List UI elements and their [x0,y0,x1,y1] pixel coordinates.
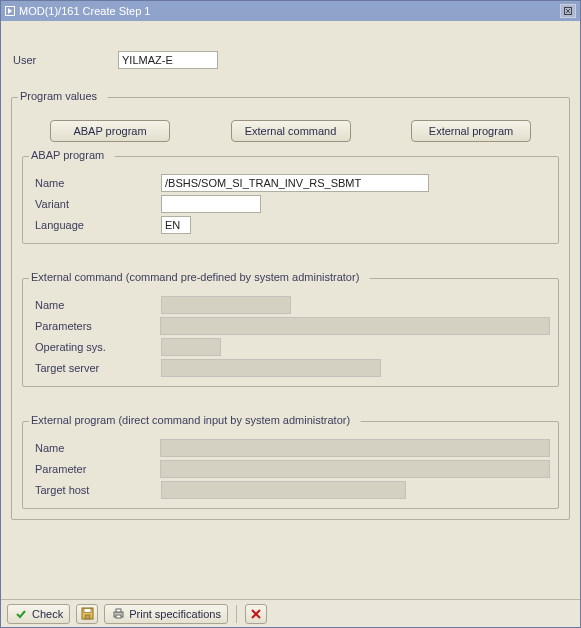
external-program-group: External program (direct command input b… [22,421,559,509]
extcmd-name-label: Name [31,299,161,311]
program-values-group: Program values ABAP program External com… [11,97,570,520]
abap-variant-label: Variant [31,198,161,210]
svg-rect-7 [116,609,121,612]
extprog-param-label: Parameter [31,463,160,475]
extcmd-params-label: Parameters [31,320,160,332]
user-label: User [13,54,118,66]
check-button[interactable]: Check [7,604,70,624]
extprog-host-label: Target host [31,484,161,496]
toolbar-separator [236,605,237,623]
external-program-button[interactable]: External program [411,120,531,142]
svg-rect-4 [84,609,91,613]
title-bar: MOD(1)/161 Create Step 1 [1,1,580,21]
abap-name-field[interactable] [161,174,429,192]
external-program-legend: External program (direct command input b… [29,414,356,426]
cancel-button[interactable] [245,604,267,624]
dialog-window: MOD(1)/161 Create Step 1 User Program va… [0,0,581,628]
external-command-group: External command (command pre-defined by… [22,278,559,387]
extcmd-target-label: Target server [31,362,161,374]
abap-program-legend: ABAP program [29,149,110,161]
disk-icon [80,607,94,621]
close-button[interactable] [560,4,576,18]
abap-language-field[interactable] [161,216,191,234]
save-button[interactable] [76,604,98,624]
program-values-legend: Program values [18,90,103,102]
main-content: User Program values ABAP program Externa… [1,21,580,599]
abap-program-group: ABAP program Name Variant Language [22,156,559,244]
user-row: User [1,21,580,93]
extprog-name-field [160,439,550,457]
abap-language-label: Language [31,219,161,231]
window-menu-icon[interactable] [5,6,15,16]
print-specs-button[interactable]: Print specifications [104,604,228,624]
close-icon [563,6,573,16]
user-field[interactable] [118,51,218,69]
extprog-host-field [161,481,406,499]
program-type-buttons: ABAP program External command External p… [20,114,561,152]
external-command-legend: External command (command pre-defined by… [29,271,365,283]
abap-name-label: Name [31,177,161,189]
abap-program-button-label: ABAP program [73,125,146,137]
cancel-icon [249,607,263,621]
extprog-name-label: Name [31,442,160,454]
svg-rect-8 [116,615,121,618]
extprog-param-field [160,460,550,478]
extcmd-name-field [161,296,291,314]
abap-variant-field[interactable] [161,195,261,213]
extcmd-os-field [161,338,221,356]
extcmd-os-label: Operating sys. [31,341,161,353]
print-specs-label: Print specifications [129,608,221,620]
external-command-button[interactable]: External command [231,120,351,142]
extcmd-params-field [160,317,550,335]
printer-icon [111,607,125,621]
window-title: MOD(1)/161 Create Step 1 [19,5,150,17]
svg-rect-5 [85,615,90,619]
bottom-toolbar: Check Print specifications [1,599,580,627]
check-label: Check [32,608,63,620]
external-command-button-label: External command [245,125,337,137]
extcmd-target-field [161,359,381,377]
external-program-button-label: External program [429,125,513,137]
abap-program-button[interactable]: ABAP program [50,120,170,142]
check-icon [14,607,28,621]
